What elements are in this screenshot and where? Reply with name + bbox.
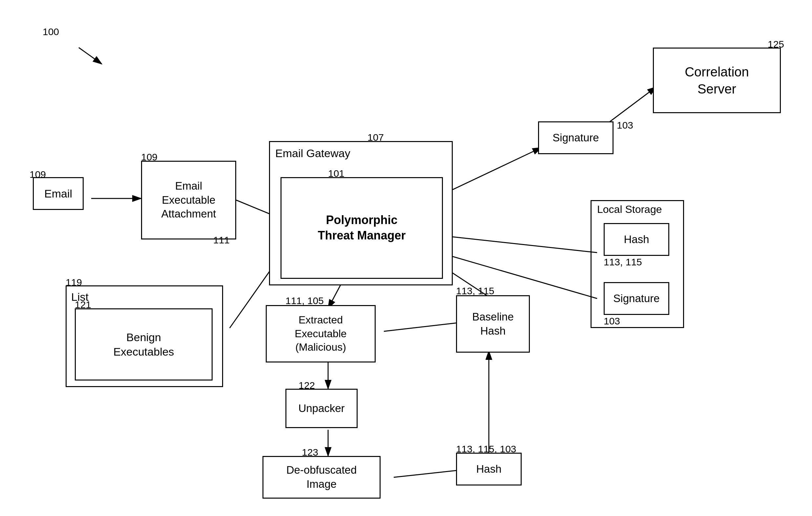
benign-exec-ref: 121 <box>75 299 91 310</box>
unpacker-box: Unpacker <box>285 389 357 428</box>
list-ref: 119 <box>66 277 82 288</box>
local-signature-box: Signature <box>604 282 669 315</box>
signature-top-ref: 103 <box>617 120 633 131</box>
email-box: Email <box>33 177 84 210</box>
local-sig-ref: 103 <box>604 316 620 327</box>
email-executable-box: EmailExecutableAttachment <box>141 161 236 239</box>
ptm-box: PolymorphicThreat Manager <box>281 177 443 279</box>
email-gateway-ref: 107 <box>368 132 384 143</box>
correlation-server-box: CorrelationServer <box>653 48 781 113</box>
local-hash-box: Hash <box>604 223 669 256</box>
extracted-exec-ref: 111, 105 <box>285 295 324 306</box>
extracted-exec-box: ExtractedExecutable(Malicious) <box>266 305 376 363</box>
deobfuscated-box: De-obfuscatedImage <box>262 456 381 498</box>
bottom-hash-ref: 113, 115, 103 <box>456 443 516 455</box>
local-storage-label: Local Storage <box>597 203 662 216</box>
unpacker-ref: 122 <box>298 380 315 391</box>
benign-exec-box: BenignExecutables <box>75 308 212 380</box>
baseline-hash-ref: 113, 115 <box>456 285 494 296</box>
ptm-ref: 101 <box>328 168 345 179</box>
correlation-server-ref: 125 <box>768 39 784 50</box>
email-ref: 109 <box>30 169 46 180</box>
bottom-hash-box: Hash <box>456 453 522 486</box>
signature-top-box: Signature <box>538 121 613 154</box>
svg-line-16 <box>79 48 102 64</box>
diagram: 100 Email 109 EmailExecutableAttachment … <box>0 0 812 516</box>
email-exec-ref: 109 <box>141 151 157 163</box>
email-exec-ref2: 111 <box>213 234 230 246</box>
deobfuscated-ref: 123 <box>302 447 318 458</box>
local-hash-ref: 113, 115 <box>604 257 642 268</box>
ref-100: 100 <box>42 26 59 37</box>
baseline-hash-box: BaselineHash <box>456 295 530 353</box>
